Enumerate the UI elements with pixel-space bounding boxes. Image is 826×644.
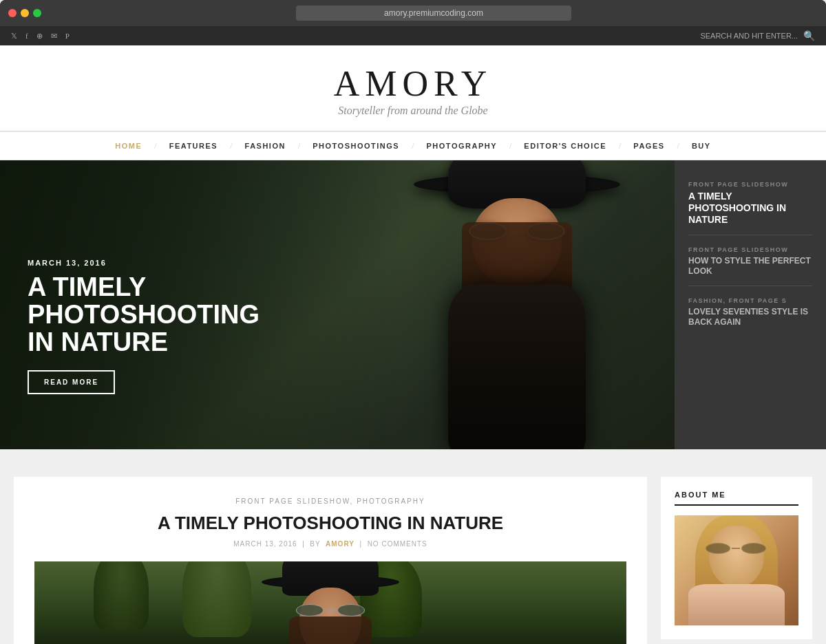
slide-1-title: A TIMELY PHOTOSHOOTING IN NATURE — [688, 191, 812, 225]
maximize-dot[interactable] — [33, 9, 41, 17]
nav-link-photography[interactable]: PHOTOGRAPHY — [416, 132, 508, 160]
article-image — [34, 561, 626, 644]
hero-sidebar: FRONT PAGE SLIDESHOW A TIMELY PHOTOSHOOT… — [675, 160, 826, 449]
nav-item-photography: PHOTOGRAPHY — [416, 132, 508, 160]
hero-content: MARCH 13, 2016 A TIMELY PHOTOSHOOTING IN… — [28, 259, 289, 394]
sidebar-slide-item-3[interactable]: FASHION, FRONT PAGE S LOVELY SEVENTIES S… — [688, 297, 812, 336]
article-title[interactable]: A TIMELY PHOTOSHOOTING IN NATURE — [34, 513, 626, 533]
article-hair — [289, 616, 372, 644]
nav-link-home[interactable]: HOME — [104, 132, 153, 160]
hero-person-area — [393, 160, 641, 449]
nav-item-fashion: FASHION — [234, 132, 297, 160]
nav-link-fashion[interactable]: FASHION — [234, 132, 297, 160]
article-meta: MARCH 13, 2016 | BY AMORY | NO COMMENTS — [34, 540, 626, 548]
facebook-icon[interactable]: f — [25, 32, 28, 41]
nav-link-features[interactable]: FEATURES — [158, 132, 229, 160]
browser-toolbar: 𝕏 f ⊕ ✉ P SEARCH AND HIT ENTER... 🔍 — [0, 26, 826, 45]
search-icon[interactable]: 🔍 — [803, 30, 815, 41]
browser-dots — [8, 9, 41, 17]
article-comments: NO COMMENTS — [368, 540, 427, 548]
about-me-widget: ABOUT ME — [661, 477, 812, 639]
nav-item-features: FEATURES — [158, 132, 229, 160]
nav-link-photoshootings[interactable]: PHOTOSHOOTINGS — [301, 132, 410, 160]
content-right-sidebar: ABOUT ME — [661, 477, 812, 644]
main-content-area: FRONT PAGE SLIDESHOW, PHOTOGRAPHY A TIME… — [0, 449, 826, 644]
article-author[interactable]: AMORY — [326, 540, 354, 548]
close-dot[interactable] — [8, 9, 17, 17]
about-image — [675, 515, 798, 625]
article-sunglasses — [296, 603, 365, 618]
content-left: FRONT PAGE SLIDESHOW, PHOTOGRAPHY A TIME… — [14, 477, 647, 644]
slide-1-category: FRONT PAGE SLIDESHOW — [688, 181, 812, 188]
browser-window: amory.premiumcoding.com 𝕏 f ⊕ ✉ P SEARCH… — [0, 0, 826, 45]
pinterest-icon[interactable]: P — [65, 32, 70, 41]
browser-titlebar: amory.premiumcoding.com — [0, 0, 826, 26]
hero-image: MARCH 13, 2016 A TIMELY PHOTOSHOOTING IN… — [0, 160, 675, 449]
about-person — [688, 522, 785, 625]
nav-item-buy: BUY — [681, 132, 722, 160]
site-title: AMORY — [14, 66, 812, 102]
article-card: FRONT PAGE SLIDESHOW, PHOTOGRAPHY A TIME… — [14, 477, 647, 644]
url-text: amory.premiumcoding.com — [384, 8, 483, 18]
nav-item-home: HOME — [104, 132, 153, 160]
about-face — [709, 526, 764, 588]
nav-link-editors-choice[interactable]: EDITOR'S CHOICE — [513, 132, 617, 160]
hero-body — [448, 284, 586, 449]
hero-date: MARCH 13, 2016 — [28, 259, 289, 267]
nav-item-pages: PAGES — [622, 132, 675, 160]
read-more-button[interactable]: READ MORE — [28, 370, 115, 394]
article-date: MARCH 13, 2016 — [233, 540, 297, 548]
nav-separator-5: / — [508, 141, 513, 151]
nav-separator-7: / — [676, 141, 681, 151]
address-bar[interactable]: amory.premiumcoding.com — [296, 6, 571, 21]
article-person — [255, 575, 406, 644]
about-widget-title: ABOUT ME — [675, 491, 798, 506]
nav-separator-6: / — [617, 141, 622, 151]
article-tree-2 — [182, 561, 251, 637]
minimize-dot[interactable] — [21, 9, 29, 17]
article-categories: FRONT PAGE SLIDESHOW, PHOTOGRAPHY — [34, 497, 626, 505]
nav-link-pages[interactable]: PAGES — [622, 132, 675, 160]
slide-3-category: FASHION, FRONT PAGE S — [688, 297, 812, 304]
nav-items-list: HOME / FEATURES / FASHION / PHOTOSHOOTIN… — [104, 132, 721, 160]
twitter-icon[interactable]: 𝕏 — [11, 32, 17, 41]
site-tagline: Storyteller from around the Globe — [14, 105, 812, 117]
website-content: AMORY Storyteller from around the Globe … — [0, 45, 826, 644]
site-header: AMORY Storyteller from around the Globe — [0, 45, 826, 131]
nav-link-buy[interactable]: BUY — [681, 132, 722, 160]
hero-section: MARCH 13, 2016 A TIMELY PHOTOSHOOTING IN… — [0, 160, 826, 449]
slide-3-title: LOVELY SEVENTIES STYLE IS BACK AGAIN — [688, 307, 812, 327]
slide-2-category: FRONT PAGE SLIDESHOW — [688, 246, 812, 253]
sidebar-slide-item-2[interactable]: FRONT PAGE SLIDESHOW HOW TO STYLE THE PE… — [688, 246, 812, 286]
sidebar-slide-item-1[interactable]: FRONT PAGE SLIDESHOW A TIMELY PHOTOSHOOT… — [688, 181, 812, 235]
about-sunglasses — [706, 541, 767, 555]
browser-search-bar: SEARCH AND HIT ENTER... 🔍 — [700, 30, 815, 41]
nav-separator-2: / — [229, 141, 233, 151]
nav-separator-3: / — [297, 141, 301, 151]
nav-item-editors-choice: EDITOR'S CHOICE — [513, 132, 617, 160]
hero-title: A TIMELY PHOTOSHOOTING IN NATURE — [28, 274, 289, 356]
slide-2-title: HOW TO STYLE THE PERFECT LOOK — [688, 256, 812, 276]
nav-separator-4: / — [410, 141, 415, 151]
about-body — [688, 584, 785, 625]
email-icon[interactable]: ✉ — [51, 32, 57, 41]
instagram-icon[interactable]: ⊕ — [36, 32, 43, 41]
article-tree-1 — [94, 561, 149, 630]
search-placeholder-text: SEARCH AND HIT ENTER... — [700, 32, 798, 40]
social-icons-bar: 𝕏 f ⊕ ✉ P — [11, 32, 70, 41]
nav-separator-1: / — [153, 141, 158, 151]
main-navigation: HOME / FEATURES / FASHION / PHOTOSHOOTIN… — [0, 131, 826, 160]
article-by-label: BY — [310, 540, 320, 548]
nav-item-photoshootings: PHOTOSHOOTINGS — [301, 132, 410, 160]
